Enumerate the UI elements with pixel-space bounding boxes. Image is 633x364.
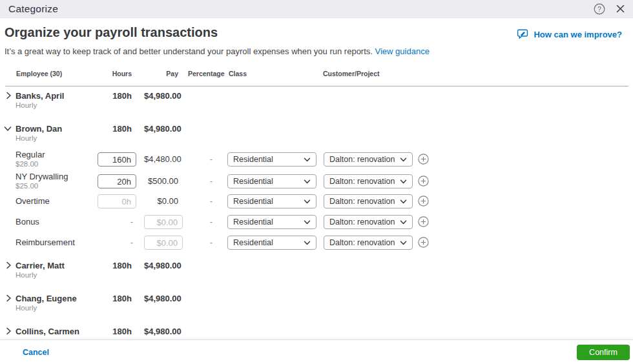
close-icon[interactable] — [616, 5, 625, 13]
employee-row: Carrier, MattHourly180h$4,980.00 — [0, 261, 633, 281]
employee-pay-type: Hourly — [16, 101, 37, 109]
class-select[interactable]: Residential — [227, 152, 316, 167]
employee-pay-type: Hourly — [16, 304, 37, 312]
employee-hours: 180h — [98, 91, 132, 101]
dialog-title: Categorize — [8, 3, 58, 15]
chevron-right-icon[interactable] — [6, 92, 12, 99]
class-select[interactable]: Residential — [227, 215, 316, 229]
percentage-dash: - — [188, 196, 213, 206]
pay-item-rate: $25.00 — [16, 182, 38, 190]
employee-name: Carrier, Matt — [16, 261, 65, 270]
employee-pay: $4,980.00 — [144, 261, 178, 270]
customer-project-select[interactable]: Dalton: renovation — [324, 152, 413, 167]
categorize-dialog: Categorize ? Organize your payroll trans… — [0, 0, 633, 364]
cancel-button[interactable]: Cancel — [23, 340, 49, 364]
class-select[interactable]: Residential — [227, 194, 316, 208]
customer-project-select-value: Dalton: renovation — [329, 217, 395, 227]
customer-project-select-value: Dalton: renovation — [329, 155, 395, 164]
chevron-down-icon[interactable] — [4, 126, 12, 132]
hours-input[interactable] — [98, 152, 136, 167]
employee-name: Brown, Dan — [16, 124, 62, 134]
chevron-right-icon[interactable] — [6, 327, 12, 335]
chevron-down-icon — [400, 155, 407, 164]
pay-amount: $500.00 — [144, 176, 178, 186]
employee-hours: 180h — [98, 261, 132, 270]
employee-pay: $4,980.00 — [144, 91, 178, 101]
pay-input — [144, 236, 183, 250]
employee-row: Brown, DanHourly180h$4,980.00 — [0, 124, 633, 145]
employee-name: Banks, April — [16, 91, 64, 101]
pay-item-row: Overtime$0.00-ResidentialDalton: renovat… — [0, 194, 633, 208]
table-header-divider — [5, 86, 628, 86]
hours-input — [98, 194, 136, 208]
chevron-right-icon[interactable] — [6, 294, 12, 302]
add-split-icon[interactable] — [418, 176, 429, 187]
col-header-class: Class — [229, 70, 247, 77]
chevron-down-icon — [400, 217, 407, 227]
employee-pay-type: Hourly — [16, 134, 37, 142]
employee-pay: $4,980.00 — [144, 327, 178, 336]
employee-name: Chang, Eugene — [16, 294, 77, 303]
employee-row: Collins, Carmen180h$4,980.00 — [0, 327, 633, 339]
customer-project-select[interactable]: Dalton: renovation — [324, 194, 413, 208]
percentage-dash: - — [188, 154, 213, 164]
pay-amount: $4,480.00 — [144, 154, 178, 164]
customer-project-select[interactable]: Dalton: renovation — [324, 174, 413, 188]
chevron-down-icon — [400, 177, 407, 186]
pay-item-label: Bonus — [16, 217, 39, 227]
add-split-icon[interactable] — [418, 237, 429, 248]
pay-item-row: Bonus--ResidentialDalton: renovation — [0, 215, 633, 229]
employee-pay: $4,980.00 — [144, 124, 178, 134]
pay-item-label: Reimbursement — [16, 238, 75, 247]
hours-dash: - — [98, 217, 133, 227]
chevron-down-icon — [304, 177, 311, 186]
chevron-down-icon — [304, 155, 311, 164]
feedback-bubble-icon — [517, 29, 529, 39]
add-split-icon[interactable] — [418, 196, 429, 207]
chevron-down-icon — [400, 197, 407, 206]
pay-item-rate: $28.00 — [16, 160, 38, 168]
add-split-icon[interactable] — [418, 154, 429, 165]
pay-item-row: Reimbursement--ResidentialDalton: renova… — [0, 236, 633, 250]
class-select-value: Residential — [233, 155, 273, 164]
dialog-footer: Cancel Confirm — [0, 339, 633, 364]
class-select-value: Residential — [233, 217, 273, 227]
class-select-value: Residential — [233, 197, 273, 206]
pay-input — [144, 215, 183, 229]
add-split-icon[interactable] — [418, 216, 429, 227]
employee-name: Collins, Carmen — [16, 327, 79, 336]
dialog-titlebar: Categorize ? — [0, 0, 633, 18]
chevron-down-icon — [400, 238, 407, 247]
employee-hours: 180h — [98, 294, 132, 303]
col-header-employee: Employee (30) — [16, 70, 62, 77]
hours-input[interactable] — [98, 174, 136, 188]
feedback-link[interactable]: How can we improve? — [517, 29, 622, 39]
class-select[interactable]: Residential — [227, 236, 316, 250]
hours-dash: - — [98, 238, 133, 247]
confirm-button[interactable]: Confirm — [577, 345, 630, 360]
customer-project-select[interactable]: Dalton: renovation — [324, 215, 413, 229]
percentage-dash: - — [188, 238, 213, 247]
employee-pay: $4,980.00 — [144, 294, 178, 303]
chevron-right-icon[interactable] — [6, 261, 12, 269]
chevron-down-icon — [304, 197, 311, 206]
customer-project-select-value: Dalton: renovation — [329, 177, 395, 186]
employee-row: Banks, AprilHourly180h$4,980.00 — [0, 91, 633, 112]
class-select[interactable]: Residential — [227, 174, 316, 188]
class-select-value: Residential — [233, 177, 273, 186]
col-header-customer-project: Customer/Project — [323, 70, 380, 77]
view-guidance-link[interactable]: View guidance — [375, 46, 430, 56]
svg-text:?: ? — [597, 5, 601, 12]
employee-row: Chang, EugeneHourly180h$4,980.00 — [0, 294, 633, 314]
pay-item-label: Overtime — [16, 196, 50, 206]
customer-project-select-value: Dalton: renovation — [329, 238, 395, 247]
percentage-dash: - — [188, 217, 213, 227]
help-icon[interactable]: ? — [594, 3, 605, 15]
page-title: Organize your payroll transactions — [5, 25, 218, 40]
pay-amount: $0.00 — [144, 196, 178, 206]
employee-pay-type: Hourly — [16, 271, 37, 279]
customer-project-select[interactable]: Dalton: renovation — [324, 236, 413, 250]
pay-item-label: NY Drywalling — [16, 172, 68, 181]
pay-item-row: Regular$28.00$4,480.00-ResidentialDalton… — [0, 152, 633, 167]
col-header-percentage: Percentage — [188, 70, 225, 77]
